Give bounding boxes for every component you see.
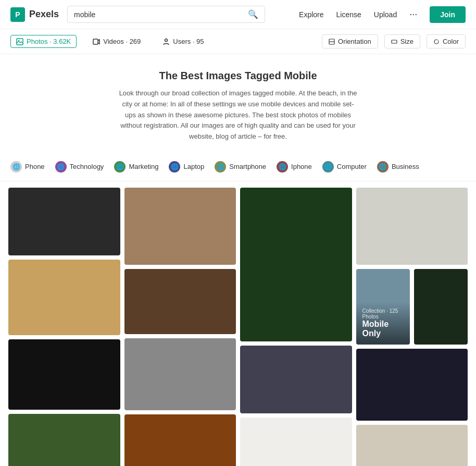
- tab-videos[interactable]: Videos · 269: [87, 35, 146, 48]
- color-label: Color: [443, 38, 459, 45]
- business-cat-label: Business: [392, 163, 419, 170]
- hero-title: The Best Images Tagged Mobile: [118, 70, 358, 82]
- photo-card[interactable]: [8, 260, 120, 335]
- videos-icon: [93, 38, 100, 45]
- photo-card[interactable]: [8, 414, 120, 466]
- search-bar: 🔍: [67, 6, 265, 23]
- hero-description: Look through our broad collection of ima…: [118, 88, 358, 142]
- svg-point-3: [165, 39, 168, 41]
- nav-upload[interactable]: Upload: [374, 10, 397, 19]
- header: P Pexels 🔍 Explore License Upload ··· Jo…: [0, 0, 476, 29]
- smartphone-cat-icon: 🌐: [215, 161, 226, 173]
- svg-rect-6: [392, 40, 397, 43]
- svg-rect-0: [17, 39, 23, 45]
- photo-card[interactable]: [240, 188, 352, 341]
- hero-section: The Best Images Tagged Mobile Look throu…: [108, 54, 368, 153]
- orientation-label: Orientation: [338, 38, 371, 45]
- search-icon: 🔍: [248, 9, 258, 19]
- search-input[interactable]: [74, 10, 244, 19]
- category-marketing[interactable]: 🌐 Marketing: [114, 161, 158, 173]
- size-icon: [391, 39, 397, 45]
- size-filter[interactable]: Size: [384, 34, 420, 48]
- category-business[interactable]: 🌐 Business: [377, 161, 419, 173]
- photo-card[interactable]: [124, 414, 236, 466]
- nav-license[interactable]: License: [336, 10, 361, 19]
- photo-card[interactable]: [240, 418, 352, 466]
- orientation-icon: [329, 39, 335, 45]
- color-filter[interactable]: Color: [427, 34, 466, 48]
- gallery-col-4: Collection · 125 Photos Mobile Only 值 什么…: [356, 188, 468, 466]
- logo-icon: P: [10, 7, 25, 22]
- filter-bar: Photos · 3.62K Videos · 269 Users · 95 O…: [0, 29, 476, 54]
- gallery-col-1: [8, 188, 120, 466]
- logo[interactable]: P Pexels: [10, 7, 59, 22]
- iphone-cat-label: Iphone: [291, 163, 312, 170]
- photo-card[interactable]: [8, 339, 120, 410]
- nav-explore[interactable]: Explore: [299, 10, 323, 19]
- orientation-filter[interactable]: Orientation: [322, 34, 378, 48]
- photo-card[interactable]: [124, 188, 236, 265]
- tech-cat-label: Technology: [70, 163, 104, 170]
- smartphone-cat-label: Smartphone: [229, 163, 266, 170]
- photo-card[interactable]: [124, 338, 236, 410]
- photo-card[interactable]: [356, 188, 468, 265]
- photo-gallery: Collection · 125 Photos Mobile Only 值 什么…: [0, 181, 476, 466]
- tech-cat-icon: 🌐: [55, 161, 67, 173]
- photo-row: Collection · 125 Photos Mobile Only: [356, 269, 468, 345]
- photo-card[interactable]: [8, 188, 120, 255]
- category-laptop[interactable]: 🌐 Laptop: [169, 161, 204, 173]
- photo-card[interactable]: Collection · 125 Photos Mobile Only: [356, 269, 410, 345]
- iphone-cat-icon: 🌐: [277, 161, 288, 173]
- tab-photos-label: Photos · 3.62K: [27, 38, 71, 45]
- laptop-cat-label: Laptop: [183, 163, 204, 170]
- photo-card[interactable]: [240, 346, 352, 413]
- join-button[interactable]: Join: [430, 6, 466, 23]
- tab-users-label: Users · 95: [173, 38, 204, 45]
- business-cat-icon: 🌐: [377, 161, 389, 173]
- users-icon: [162, 38, 170, 45]
- category-technology[interactable]: 🌐 Technology: [55, 161, 104, 173]
- gallery-col-2: [124, 188, 236, 466]
- photos-icon: [16, 38, 23, 45]
- photo-card[interactable]: [124, 269, 236, 334]
- nav-more[interactable]: ···: [409, 9, 417, 20]
- computer-cat-icon: 🌐: [322, 161, 334, 173]
- categories-bar: 🌐 Phone 🌐 Technology 🌐 Marketing 🌐 Lapto…: [0, 153, 476, 181]
- tab-photos[interactable]: Photos · 3.62K: [10, 35, 77, 48]
- category-iphone[interactable]: 🌐 Iphone: [277, 161, 312, 173]
- collection-title: Mobile Only: [362, 320, 404, 338]
- computer-cat-label: Computer: [337, 163, 367, 170]
- marketing-cat-icon: 🌐: [114, 161, 126, 173]
- logo-text: Pexels: [29, 9, 59, 20]
- category-smartphone[interactable]: 🌐 Smartphone: [215, 161, 266, 173]
- header-nav: Explore License Upload ··· Join: [299, 6, 466, 23]
- laptop-cat-icon: 🌐: [169, 161, 180, 173]
- filter-controls: Orientation Size Color: [322, 34, 466, 48]
- category-phone[interactable]: 🌐 Phone: [10, 161, 45, 173]
- photo-card[interactable]: [356, 349, 468, 421]
- marketing-cat-label: Marketing: [129, 163, 158, 170]
- phone-cat-label: Phone: [25, 163, 45, 170]
- photo-card[interactable]: 值 什么值得买: [356, 425, 468, 466]
- tab-videos-label: Videos · 269: [103, 38, 141, 45]
- category-computer[interactable]: 🌐 Computer: [322, 161, 367, 173]
- collection-overlay: Collection · 125 Photos Mobile Only: [356, 302, 410, 345]
- collection-label: Collection · 125 Photos: [362, 308, 404, 320]
- tab-users[interactable]: Users · 95: [157, 35, 209, 48]
- size-label: Size: [400, 38, 414, 45]
- svg-rect-2: [93, 39, 98, 44]
- gallery-col-3: [240, 188, 352, 466]
- phone-cat-icon: 🌐: [10, 161, 22, 173]
- photo-card[interactable]: [414, 269, 468, 345]
- color-icon: [433, 39, 440, 45]
